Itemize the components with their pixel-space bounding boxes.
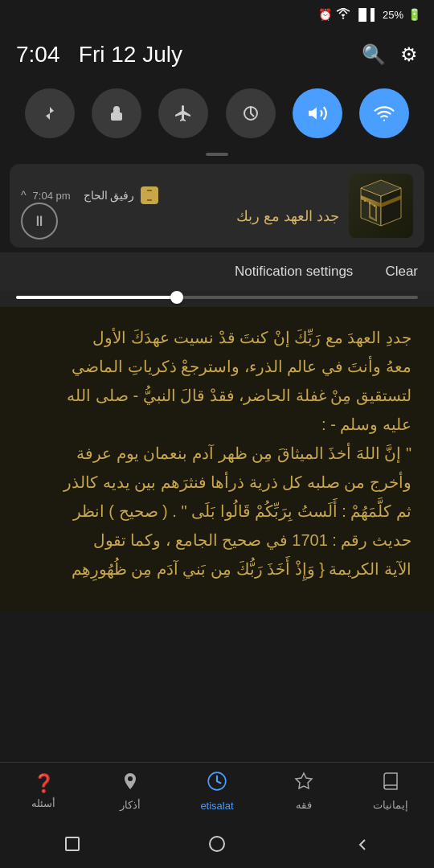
brightness-slider-track[interactable] [16,296,418,299]
svg-rect-21 [66,837,79,850]
iman-label: إيمانيات [373,799,408,811]
data-saver-toggle[interactable] [226,88,276,138]
notification-clear-button[interactable]: Clear [385,264,418,280]
screen-lock-toggle[interactable] [92,88,141,138]
etisalat-icon [207,771,227,796]
dhikr-icon [121,772,140,796]
nav-item-fiqh[interactable]: فقه [260,772,347,811]
airplane-mode-toggle[interactable] [158,88,208,138]
fiqh-label: فقه [296,799,312,811]
svg-point-3 [383,120,385,121]
status-bar: ⏰ ▐▌▌ 25% 🔋 [0,0,434,29]
main-content-area: جددِ العهدَ مع رَبِّكَ إنْ كنتَ قدْ نسيت… [0,307,434,612]
time-display: 7:04 [16,42,60,67]
battery-icon: 🔋 [407,8,421,21]
slider-thumb[interactable] [170,291,183,304]
nav-item-questions[interactable]: ❓ أسئله [0,773,87,809]
notification-text: جدد العهد مع ربك [21,207,339,225]
svg-point-16 [369,203,371,204]
svg-rect-4 [145,190,154,200]
svg-point-18 [128,776,133,781]
etisalat-label: etisalat [200,800,233,812]
quick-settings-row [0,80,434,151]
svg-point-22 [210,837,224,851]
notification-settings-button[interactable]: Notification settings [235,264,353,280]
kaaba-image [349,174,413,238]
notification-card: ^ 7:04 pm رفيق الحاج جدد العهد مع ربك [10,164,424,248]
header-bar: 7:04 Fri 12 July 🔍 ⚙ [0,29,434,80]
notification-app-row: ^ 7:04 pm رفيق الحاج [21,186,339,204]
svg-point-15 [364,200,366,202]
brightness-slider-row[interactable] [0,291,434,307]
divider-indicator [206,153,228,156]
drag-handle [0,151,434,161]
signal-icon: ▐▌▌ [354,8,379,21]
svg-marker-2 [309,107,317,119]
search-icon[interactable]: 🔍 [362,43,386,66]
questions-icon: ❓ [33,773,55,794]
system-navigation-bar [0,820,434,868]
fiqh-icon [294,772,313,796]
volume-toggle[interactable] [293,88,342,138]
notification-settings-bar: Notification settings Clear [0,252,434,291]
status-icons: ⏰ ▐▌▌ 25% 🔋 [318,8,421,22]
iman-icon [381,772,400,796]
nav-item-etisalat[interactable]: etisalat [174,771,260,812]
svg-point-17 [374,205,375,207]
svg-marker-20 [296,773,312,788]
slider-fill [16,296,177,299]
notification-app-name: رفيق الحاج [84,189,135,202]
notification-expand-icon[interactable]: ^ [21,189,27,202]
nav-item-dhikr[interactable]: أذكار [87,772,174,811]
svg-rect-5 [147,190,152,191]
questions-label: أسئله [31,797,55,809]
play-pause-button[interactable]: ⏸ [21,203,58,240]
recent-apps-button[interactable] [48,828,96,860]
nav-item-iman[interactable]: إيمانيات [347,772,434,811]
arabic-content-text: جددِ العهدَ مع رَبِّكَ إنْ كنتَ قدْ نسيت… [23,323,411,583]
battery-percentage: 25% [383,9,403,21]
settings-icon[interactable]: ⚙ [400,43,418,66]
bottom-navigation: ❓ أسئله أذكار etisalat فقه [0,762,434,820]
date-display: Fri 12 July [79,42,182,67]
pause-icon: ⏸ [32,213,47,230]
back-button[interactable] [338,828,386,860]
notification-time: 7:04 pm [33,190,71,202]
svg-rect-6 [147,199,152,201]
wifi-toggle[interactable] [359,88,409,138]
header-actions: 🔍 ⚙ [362,43,418,66]
time-date-display: 7:04 Fri 12 July [16,42,182,68]
svg-rect-0 [111,113,122,121]
home-button[interactable] [193,828,241,860]
notification-content: ^ 7:04 pm رفيق الحاج جدد العهد مع ربك [21,186,339,225]
dhikr-label: أذكار [120,799,141,811]
alarm-icon: ⏰ [318,8,332,21]
wifi-status-icon [336,8,350,22]
notification-app-icon [141,186,158,204]
bluetooth-toggle[interactable] [25,88,75,138]
